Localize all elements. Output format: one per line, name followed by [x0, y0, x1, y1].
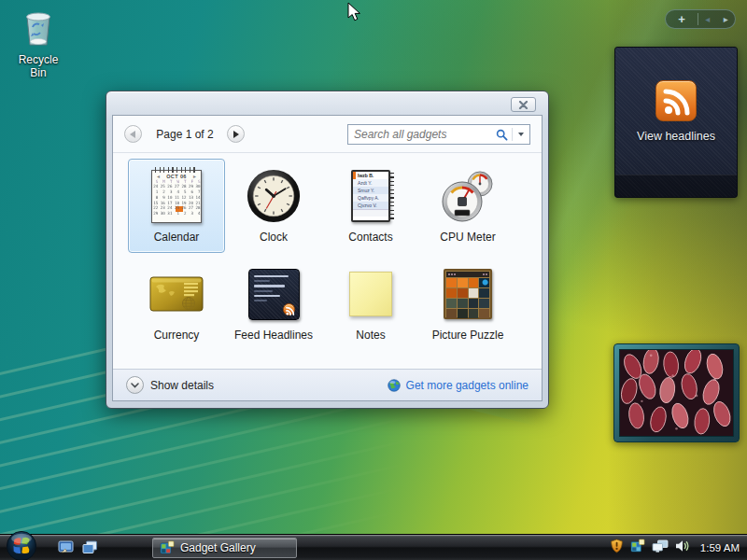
- search-icon[interactable]: [496, 129, 508, 141]
- gadget-label: Currency: [154, 329, 200, 342]
- recycle-bin-label: Recycle Bin: [9, 53, 67, 79]
- show-desktop-button[interactable]: [58, 540, 74, 558]
- gadget-calendar[interactable]: ◄ OCT 06 ► S M T W T F S 24 25 26 27 28 …: [128, 159, 225, 253]
- currency-icon: [147, 264, 206, 324]
- gadget-label: Calendar: [154, 231, 200, 244]
- show-details-button[interactable]: Show details: [126, 376, 214, 394]
- sidebar-prev-button[interactable]: ◂: [698, 10, 717, 28]
- notes-icon: [349, 272, 392, 316]
- gadget-gallery-window: Page 1 of 2: [106, 91, 549, 409]
- gadget-picture-puzzle[interactable]: Picture Puzzle: [419, 257, 516, 351]
- mouse-cursor: [347, 2, 361, 26]
- gadget-cpu-meter[interactable]: CPU Meter: [419, 159, 516, 253]
- gadget-feed-headlines[interactable]: Feed Headlines: [225, 257, 322, 351]
- contacts-search-strip: [353, 209, 388, 217]
- sidebar-control: + ◂ ▸: [665, 9, 736, 29]
- gadget-label: Picture Puzzle: [432, 329, 504, 342]
- sidebar-tray-icon[interactable]: [630, 539, 645, 557]
- system-tray: 1:59 AM: [610, 535, 740, 560]
- get-more-gadgets-link[interactable]: Get more gadgets online: [388, 379, 529, 392]
- gadget-gallery-icon: [160, 540, 175, 555]
- frosted-leaves-photo: [619, 349, 734, 437]
- page-indicator: Page 1 of 2: [147, 128, 223, 141]
- gadget-grid: ◄ OCT 06 ► S M T W T F S 24 25 26 27 28 …: [128, 159, 516, 351]
- gadget-contacts[interactable]: Iwzb B. Azdt Y. Smuz Y. Qaffvpy A. Cjvzv…: [322, 159, 419, 253]
- switch-windows-icon: [82, 540, 98, 554]
- taskbar: Gadget Gallery: [0, 534, 747, 560]
- desktop: Recycle Bin + ◂ ▸ View headlines: [0, 0, 747, 560]
- gadget-label: Clock: [260, 231, 288, 244]
- volume-icon[interactable]: [675, 539, 690, 556]
- rss-icon: [655, 80, 697, 121]
- search-input[interactable]: [354, 128, 496, 141]
- feed-headlines-icon: [248, 269, 300, 320]
- taskbar-clock[interactable]: 1:59 AM: [700, 542, 740, 553]
- sidebar-next-button[interactable]: ▸: [717, 10, 736, 28]
- gadget-label: Contacts: [348, 231, 392, 244]
- add-gadget-button[interactable]: +: [666, 10, 698, 28]
- search-divider: [512, 128, 513, 141]
- close-icon: [518, 101, 529, 109]
- calendar-icon: ◄ OCT 06 ► S M T W T F S 24 25 26 27 28 …: [151, 170, 202, 223]
- gallery-content: Page 1 of 2: [112, 115, 543, 401]
- gallery-footer: Show details Get more gadgets online: [113, 369, 542, 400]
- globe-icon: [388, 379, 401, 392]
- previous-page-button[interactable]: [124, 125, 142, 143]
- gallery-header: Page 1 of 2: [113, 116, 542, 153]
- task-button-label: Gadget Gallery: [180, 541, 256, 554]
- gadget-currency[interactable]: Currency: [128, 257, 225, 351]
- windows-logo-icon: [6, 530, 37, 560]
- gadget-label: Notes: [356, 329, 385, 342]
- feed-gadget-label: View headlines: [637, 130, 715, 143]
- feed-headlines-gadget[interactable]: View headlines: [614, 47, 738, 198]
- clock-icon: [245, 167, 303, 225]
- gadget-label: Feed Headlines: [234, 329, 313, 342]
- start-button[interactable]: [6, 530, 37, 560]
- show-desktop-icon: [58, 540, 74, 554]
- gadget-label: CPU Meter: [440, 231, 495, 244]
- search-dropdown-icon[interactable]: [518, 133, 524, 136]
- picture-gadget[interactable]: [613, 343, 740, 442]
- task-button-gadget-gallery[interactable]: Gadget Gallery: [152, 538, 297, 558]
- switch-windows-button[interactable]: [82, 540, 98, 558]
- network-icon[interactable]: [652, 539, 669, 557]
- arrow-right-icon: [233, 131, 239, 138]
- security-alert-icon[interactable]: [610, 539, 624, 557]
- next-page-button[interactable]: [227, 125, 245, 143]
- rss-icon: [283, 303, 295, 315]
- feed-gadget-footer: [615, 175, 737, 197]
- cpu-meter-icon: [438, 166, 498, 226]
- arrow-left-icon: [130, 131, 135, 138]
- gadget-notes[interactable]: Notes: [322, 257, 419, 351]
- gadget-clock[interactable]: Clock: [225, 159, 322, 253]
- close-button[interactable]: [511, 97, 536, 112]
- chevron-down-icon: [126, 376, 144, 394]
- recycle-bin-icon[interactable]: [9, 6, 67, 52]
- recycle-bin[interactable]: Recycle Bin: [9, 6, 67, 79]
- search-box[interactable]: [347, 124, 530, 145]
- picture-puzzle-icon: [444, 269, 492, 319]
- contacts-icon: Iwzb B. Azdt Y. Smuz Y. Qaffvpy A. Cjvzv…: [351, 170, 390, 222]
